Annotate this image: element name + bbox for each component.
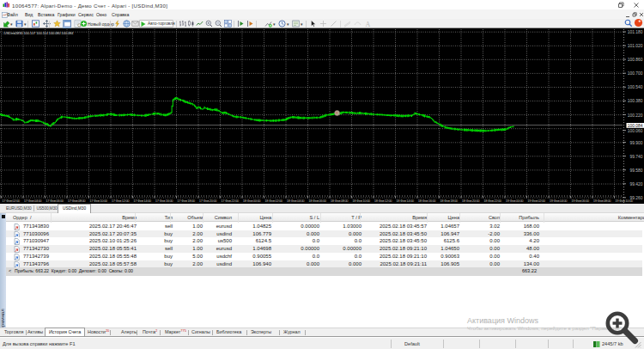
svg-text:- USDind,M30 100.107 100.114 1: - USDind,M30 100.107 100.114 100.080 100… <box>3 31 74 35</box>
svg-text:17 Фев 20:00: 17 Фев 20:00 <box>199 199 218 203</box>
svg-text:19 Фев 04:00: 19 Фев 04:00 <box>550 199 568 203</box>
svg-text:19 Фев 10:00: 19 Фев 10:00 <box>615 199 634 203</box>
svg-text:18 Фев 14:00: 18 Фев 14:00 <box>396 199 415 203</box>
svg-text:99.740: 99.740 <box>630 155 643 159</box>
svg-text:17 Фев 18:00: 17 Фев 18:00 <box>177 199 196 203</box>
svg-text:17 Фев 04:00: 17 Фев 04:00 <box>24 199 43 203</box>
svg-text:19 Фев 06:00: 19 Фев 06:00 <box>571 199 590 203</box>
svg-text:100.084: 100.084 <box>628 124 643 128</box>
svg-text:18 Фев 12:00: 18 Фев 12:00 <box>374 199 393 203</box>
svg-text:19 Фев 02:00: 19 Фев 02:00 <box>527 199 546 203</box>
svg-text:99.420: 99.420 <box>630 182 643 187</box>
svg-text:99.580: 99.580 <box>630 168 643 173</box>
svg-text:100.860: 100.860 <box>628 58 643 62</box>
svg-text:18 Фев 20:00: 18 Фев 20:00 <box>462 199 481 203</box>
svg-text:18 Фев 04:00: 18 Фев 04:00 <box>287 199 306 203</box>
svg-text:18 Фев 18:00: 18 Фев 18:00 <box>440 199 459 203</box>
svg-text:100.060: 100.060 <box>628 129 643 133</box>
svg-text:17 Фев 16:00: 17 Фев 16:00 <box>155 199 174 203</box>
svg-text:19 Фев 08:00: 19 Фев 08:00 <box>593 199 612 203</box>
svg-text:18 Фев 02:00: 18 Фев 02:00 <box>264 199 283 203</box>
svg-text:17 Фев 12:00: 17 Фев 12:00 <box>112 199 131 203</box>
svg-text:17 Фев 22:00: 17 Фев 22:00 <box>221 199 240 203</box>
svg-text:100.700: 100.700 <box>628 71 643 76</box>
svg-text:17 Фев 14:00: 17 Фев 14:00 <box>133 199 152 203</box>
svg-text:18 Фев 16:00: 18 Фев 16:00 <box>418 199 437 203</box>
svg-text:101.020: 101.020 <box>628 44 643 48</box>
svg-text:18 Фев 22:00: 18 Фев 22:00 <box>483 199 502 203</box>
svg-text:18 Фев 08:00: 18 Фев 08:00 <box>331 199 349 203</box>
svg-text:99.900: 99.900 <box>630 141 643 145</box>
svg-text:A: A <box>366 21 371 28</box>
svg-text:100.380: 100.380 <box>628 99 643 103</box>
svg-text:17 Фев 02:00: 17 Фев 02:00 <box>2 199 21 203</box>
svg-text:18 Фев 10:00: 18 Фев 10:00 <box>352 199 371 203</box>
svg-text:17 Фев 06:00: 17 Фев 06:00 <box>46 199 64 203</box>
svg-text:100.540: 100.540 <box>628 85 643 89</box>
svg-text:18 Фев 00:00: 18 Фев 00:00 <box>243 199 262 203</box>
svg-text:19 Фев 00:00: 19 Фев 00:00 <box>506 199 525 203</box>
svg-text:17 Фев 08:00: 17 Фев 08:00 <box>68 199 87 203</box>
svg-text:100.220: 100.220 <box>628 113 643 118</box>
svg-text:101.180: 101.180 <box>628 30 643 34</box>
svg-text:18 Фев 06:00: 18 Фев 06:00 <box>308 199 327 203</box>
svg-text:17 Фев 10:00: 17 Фев 10:00 <box>89 199 108 203</box>
